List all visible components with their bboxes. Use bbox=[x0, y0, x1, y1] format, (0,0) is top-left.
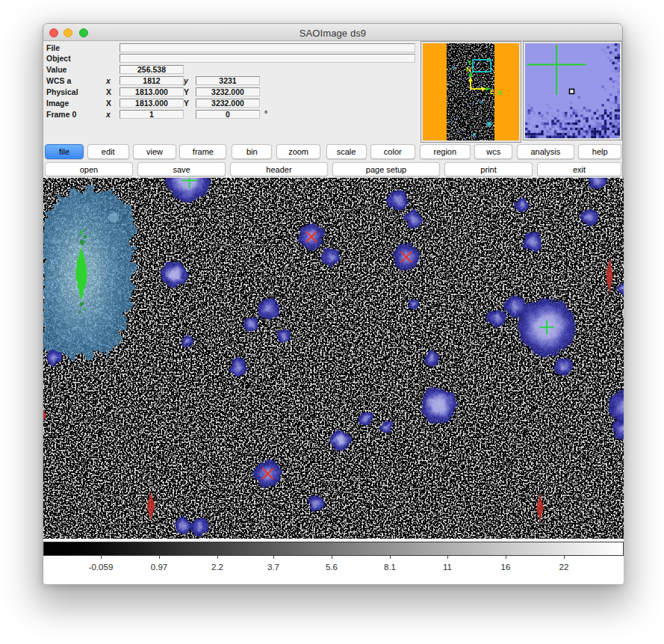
svg-text:E: E bbox=[490, 88, 494, 96]
svg-text:Y: Y bbox=[468, 59, 472, 66]
svg-text:N: N bbox=[466, 66, 471, 73]
svg-text:X: X bbox=[497, 89, 502, 96]
